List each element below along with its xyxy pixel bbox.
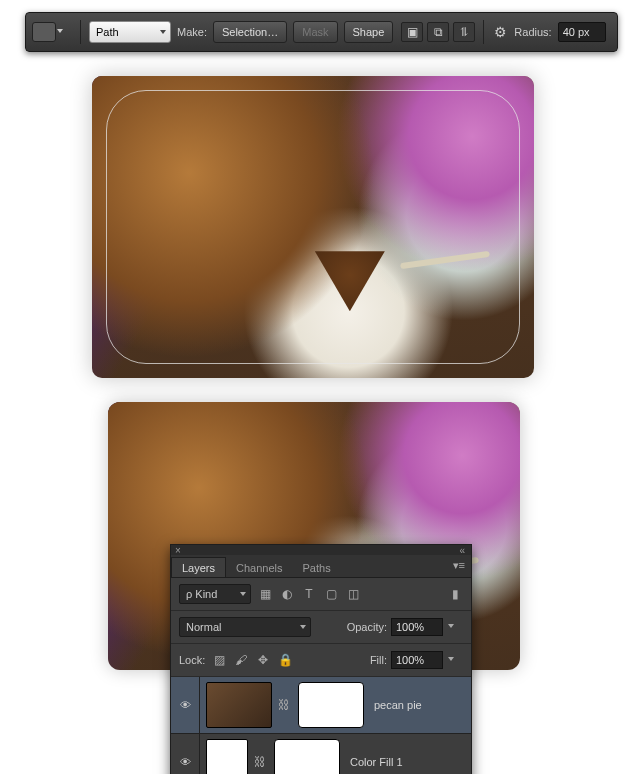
pecan-pie-photo (92, 76, 534, 378)
fork-shape (400, 251, 490, 269)
panel-menu-icon[interactable]: ▾≡ (453, 559, 465, 572)
pen-mode-label: Path (96, 26, 119, 38)
lock-all-icon[interactable]: 🔒 (277, 652, 293, 668)
layer-row[interactable]: 👁 ⛓ Color Fill 1 (171, 734, 471, 774)
visibility-toggle[interactable]: 👁 (171, 677, 200, 733)
panel-titlebar[interactable]: × « (171, 545, 471, 555)
radius-label: Radius: (514, 26, 551, 38)
opacity-input[interactable]: 100% (391, 618, 443, 636)
filter-toggle-switch[interactable]: ▮ (447, 586, 463, 602)
make-shape-button[interactable]: Shape (344, 21, 394, 43)
options-bar: Path Make: Selection… Mask Shape ▣ ⧉ ⥮ ⚙… (25, 12, 618, 52)
panel-tabs: Layers Channels Paths ▾≡ (171, 555, 471, 578)
document-canvas-with-path (92, 76, 534, 378)
filter-pixel-icon[interactable]: ▦ (257, 586, 273, 602)
pie-slice-shape (315, 251, 385, 311)
tool-preset-swatch[interactable] (32, 22, 56, 42)
layer-filter-row: ρ Kind ▦ ◐ T ▢ ◫ ▮ (171, 578, 471, 611)
layer-mask-thumbnail[interactable] (274, 739, 340, 774)
visibility-toggle[interactable]: 👁 (171, 734, 200, 774)
lock-pixels-icon[interactable]: 🖌 (233, 652, 249, 668)
eye-icon: 👁 (180, 756, 191, 768)
layer-list: 👁 ⛓ pecan pie 👁 ⛓ Color Fill 1 (171, 677, 471, 774)
layers-panel: × « Layers Channels Paths ▾≡ ρ Kind ▦ ◐ … (170, 544, 472, 774)
blend-opacity-row: Normal Opacity: 100% (171, 611, 471, 644)
filter-smartobject-icon[interactable]: ◫ (345, 586, 361, 602)
tab-channels[interactable]: Channels (226, 558, 292, 577)
lock-fill-row: Lock: ▨ 🖌 ✥ 🔒 Fill: 100% (171, 644, 471, 677)
opacity-label: Opacity: (347, 621, 387, 633)
separator (483, 20, 484, 44)
fill-label: Fill: (370, 654, 387, 666)
layer-name[interactable]: pecan pie (374, 699, 422, 711)
fill-input[interactable]: 100% (391, 651, 443, 669)
layer-thumbnail[interactable] (206, 739, 248, 774)
geometry-options-gear-icon[interactable]: ⚙ (492, 24, 508, 40)
layer-name[interactable]: Color Fill 1 (350, 756, 403, 768)
eye-icon: 👁 (180, 699, 191, 711)
filter-shape-icon[interactable]: ▢ (323, 586, 339, 602)
radius-input[interactable] (558, 22, 606, 42)
path-operations-icon[interactable]: ▣ (401, 22, 423, 42)
lock-position-icon[interactable]: ✥ (255, 652, 271, 668)
vector-mask-thumbnail[interactable] (298, 682, 364, 728)
link-mask-icon[interactable]: ⛓ (254, 755, 266, 769)
filter-type-icon[interactable]: T (301, 586, 317, 602)
path-operations-group: ▣ ⧉ ⥮ (401, 22, 475, 42)
lock-label: Lock: (179, 654, 205, 666)
make-mask-button[interactable]: Mask (293, 21, 337, 43)
separator (80, 20, 81, 44)
path-arrange-icon[interactable]: ⥮ (453, 22, 475, 42)
path-align-icon[interactable]: ⧉ (427, 22, 449, 42)
tab-paths[interactable]: Paths (293, 558, 341, 577)
layer-row[interactable]: 👁 ⛓ pecan pie (171, 677, 471, 734)
filter-adjustment-icon[interactable]: ◐ (279, 586, 295, 602)
lock-transparency-icon[interactable]: ▨ (211, 652, 227, 668)
link-mask-icon[interactable]: ⛓ (278, 698, 290, 712)
filter-kind-dropdown[interactable]: ρ Kind (179, 584, 251, 604)
make-label: Make: (177, 26, 207, 38)
layer-thumbnail[interactable] (206, 682, 272, 728)
tab-layers[interactable]: Layers (171, 557, 226, 577)
blend-mode-dropdown[interactable]: Normal (179, 617, 311, 637)
pen-mode-dropdown[interactable]: Path (89, 21, 171, 43)
make-selection-button[interactable]: Selection… (213, 21, 287, 43)
